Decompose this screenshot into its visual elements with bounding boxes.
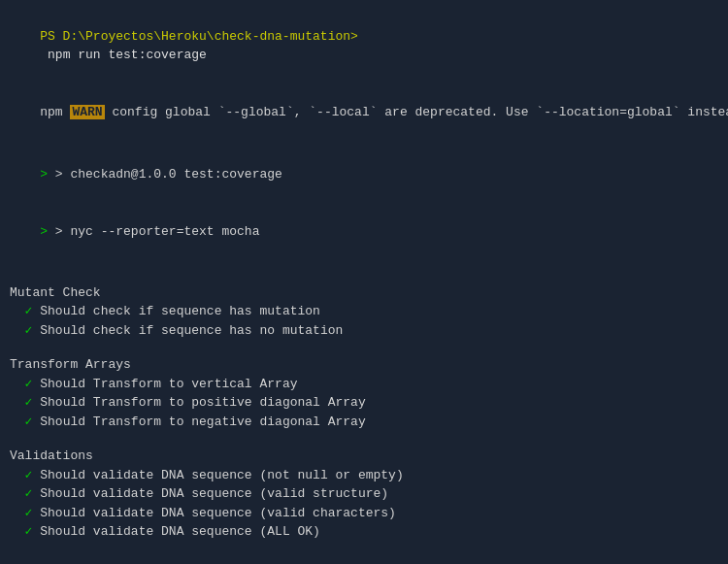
section-title-0: Mutant Check: [10, 283, 718, 303]
section-title-1: Transform Arrays: [10, 355, 718, 375]
test-1-2: ✓ Should Transform to negative diagonal …: [10, 413, 718, 432]
warn-line: npm WARN config global `--global`, `--lo…: [10, 83, 718, 141]
run-line-1: > > checkadn@1.0.0 test:coverage: [10, 147, 718, 204]
test-2-0: ✓ Should validate DNA sequence (not null…: [10, 466, 718, 485]
section-validations: Validations ✓ Should validate DNA sequen…: [10, 447, 718, 542]
run-line-2: > > nyc --reporter=text mocha: [10, 203, 718, 260]
section-title-2: Validations: [10, 447, 718, 466]
warn-badge: WARN: [70, 105, 104, 119]
test-0-0: ✓ Should check if sequence has mutation: [10, 302, 718, 321]
test-1-0: ✓ Should Transform to vertical Array: [10, 375, 718, 394]
prompt-line: PS D:\Proyectos\Heroku\check-dna-mutatio…: [10, 8, 718, 83]
prompt-text: PS D:\Proyectos\Heroku\check-dna-mutatio…: [40, 29, 358, 44]
test-1-1: ✓ Should Transform to positive diagonal …: [10, 393, 718, 413]
warn-message: config global `--global`, `--local` are …: [105, 105, 728, 119]
test-2-3: ✓ Should validate DNA sequence (ALL OK): [10, 522, 718, 542]
test-2-1: ✓ Should validate DNA sequence (valid st…: [10, 484, 718, 504]
test-2-2: ✓ Should validate DNA sequence (valid ch…: [10, 504, 718, 523]
passing-line: 9 passing (11ms): [10, 555, 718, 565]
command-text: [40, 48, 48, 62]
test-0-1: ✓ Should check if sequence has no mutati…: [10, 321, 718, 341]
terminal-window: PS D:\Proyectos\Heroku\check-dna-mutatio…: [10, 8, 718, 564]
section-mutant-check: Mutant Check ✓ Should check if sequence …: [10, 283, 718, 341]
section-transform-arrays: Transform Arrays ✓ Should Transform to v…: [10, 355, 718, 431]
npm-text: npm: [40, 105, 70, 119]
